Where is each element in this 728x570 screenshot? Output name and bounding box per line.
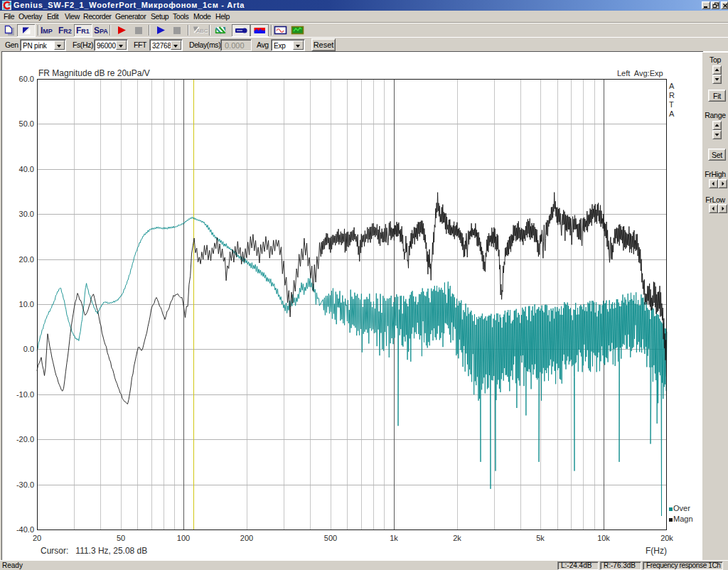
svg-text:FR2: FR2 — [58, 26, 72, 36]
svg-text:FR1: FR1 — [76, 26, 90, 36]
svg-text:ABC: ABC — [196, 28, 208, 34]
svg-text:IMP: IMP — [41, 26, 53, 36]
svg-text:SPA: SPA — [94, 26, 108, 36]
